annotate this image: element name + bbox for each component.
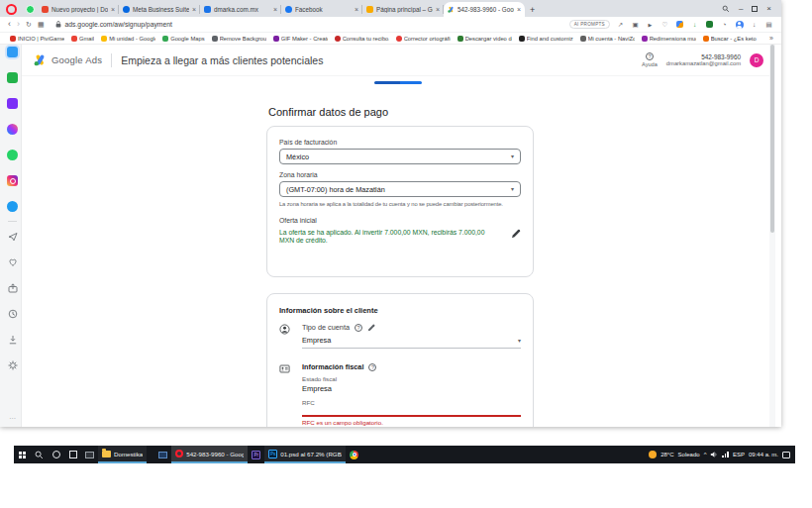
edit-pencil-icon[interactable] xyxy=(511,229,521,239)
help-icon[interactable]: ? xyxy=(355,324,362,332)
taskbar-search-button[interactable] xyxy=(31,446,48,463)
tab-close-icon[interactable]: × xyxy=(111,6,115,13)
tab-pagina-principal[interactable]: Página principal – Googl... × xyxy=(362,2,444,17)
tab-nuevo-proyecto[interactable]: Nuevo proyecto | Domesti... × xyxy=(38,2,119,17)
tab-dmarka[interactable]: dmarka.com.mx × xyxy=(200,2,281,17)
history-clock-icon[interactable] xyxy=(7,308,18,319)
tray-expand-icon[interactable]: ^ xyxy=(704,452,707,457)
volume-icon[interactable] xyxy=(710,451,718,458)
twitter-icon[interactable] xyxy=(7,201,18,212)
close-button[interactable]: × xyxy=(766,5,771,13)
url-field[interactable]: ads.google.com/aw/signup/payment xyxy=(54,20,172,29)
taskbar-app-explorer[interactable] xyxy=(154,446,171,463)
scrollbar-thumb[interactable] xyxy=(770,45,774,233)
bookmark-redimensiona[interactable]: Redimensiona muc... xyxy=(642,36,696,42)
back-icon[interactable]: ‹ xyxy=(8,20,11,29)
tab-search-icon[interactable] xyxy=(722,5,730,13)
bookmark-maps[interactable]: Google Maps xyxy=(162,36,204,42)
bookmark-find[interactable]: Find and customiz... xyxy=(519,36,573,42)
tab-facebook[interactable]: Facebook × xyxy=(281,2,362,17)
minimize-button[interactable]: – xyxy=(739,5,743,13)
clock-extension-icon[interactable]: ◔ xyxy=(720,20,729,29)
account-type-select[interactable]: Empresa ▾ xyxy=(302,336,521,349)
person-icon xyxy=(736,21,744,29)
opera-menu-icon[interactable] xyxy=(6,4,17,15)
bookmark-keto[interactable]: Buscar - ¿Es keto es... xyxy=(703,36,758,42)
sidebar-panel-icon[interactable]: ▤ xyxy=(764,20,773,29)
taskbar-app-monitor[interactable] xyxy=(81,446,98,463)
taskbar-chrome[interactable] xyxy=(346,446,362,463)
bookmark-remove-bg[interactable]: Remove Backgroun... xyxy=(212,36,266,42)
reload-icon[interactable]: ↻ xyxy=(26,21,32,28)
weather-temp[interactable]: 28°C xyxy=(660,452,673,457)
bookmark-gif-maker[interactable]: GIF Maker - Create... xyxy=(273,36,328,42)
tab-close-icon[interactable]: × xyxy=(273,6,277,13)
favorites-heart-icon[interactable] xyxy=(7,256,18,267)
heart-extension-icon[interactable]: ♡ xyxy=(660,20,669,29)
green-extension-icon[interactable] xyxy=(705,20,714,29)
share-extension-icon[interactable]: ↗ xyxy=(616,20,625,29)
taskbar-opera-window[interactable]: 542-983-9960 - Googl... xyxy=(171,446,248,463)
bookmark-video-dl[interactable]: Descargar video de... xyxy=(457,36,512,42)
blue-orange-extension-icon[interactable] xyxy=(675,20,684,29)
avatar[interactable]: D xyxy=(750,53,763,67)
bookmark-corrector[interactable]: Corrector ortográfic... xyxy=(396,36,451,42)
telegram-icon[interactable] xyxy=(7,231,18,242)
whatsapp-sidebar-icon[interactable] xyxy=(7,150,18,160)
messenger-icon[interactable] xyxy=(7,124,18,135)
new-tab-button[interactable]: + xyxy=(530,5,535,15)
weather-desc[interactable]: Soleado xyxy=(678,452,700,457)
forward-icon[interactable]: › xyxy=(17,20,20,29)
bookmark-drive[interactable]: Mi unidad - Google... xyxy=(101,36,155,42)
customer-heading: Información sobre el cliente xyxy=(279,306,521,315)
edit-pencil-icon[interactable] xyxy=(367,324,375,332)
bookmarks-overflow-icon[interactable]: » xyxy=(769,35,773,42)
capture-extension-icon[interactable]: ▣ xyxy=(631,20,640,29)
language-indicator[interactable]: ESP xyxy=(733,452,745,457)
downloads-sidebar-icon[interactable] xyxy=(7,334,18,345)
settings-gear-icon[interactable] xyxy=(7,359,18,370)
taskbar-photoshop-window[interactable]: Ps 01.psd al 67.2% (RGB/... xyxy=(264,446,346,463)
instagram-icon[interactable] xyxy=(7,175,18,186)
tab-google-ads-active[interactable]: 542-983-9960 - Google Ads × xyxy=(444,2,525,17)
bookmark-pivigames[interactable]: INICIO | PiviGames xyxy=(10,36,64,42)
cortana-button[interactable] xyxy=(48,446,64,463)
grid-icon[interactable]: ▦ xyxy=(38,21,45,28)
taskbar-premiere[interactable]: Pr xyxy=(248,446,264,463)
tab-close-icon[interactable]: × xyxy=(436,6,440,13)
ai-prompts-extension[interactable]: AI PROMPTS xyxy=(569,20,610,29)
bookmark-gmail[interactable]: Gmail xyxy=(71,36,94,42)
pinned-tab-whatsapp[interactable] xyxy=(22,2,38,17)
network-icon[interactable] xyxy=(722,452,729,457)
spaces-icon[interactable] xyxy=(7,47,18,57)
tab-meta-business[interactable]: Meta Business Suite × xyxy=(119,2,200,17)
clock[interactable]: 09:44 a. m. xyxy=(749,452,778,457)
green-download-extension-icon[interactable]: ↓ xyxy=(690,20,699,29)
my-flow-icon[interactable] xyxy=(7,282,18,293)
bookmark-recibo[interactable]: Consulta tu recibo... xyxy=(335,36,389,42)
sidebar-more-icon[interactable]: ⋯ xyxy=(9,415,18,423)
task-view-button[interactable] xyxy=(64,446,81,463)
tab-close-icon[interactable]: × xyxy=(517,6,521,13)
bookmark-mi-cuenta[interactable]: Mi cuenta - NaviZo... xyxy=(580,36,635,42)
action-center-icon[interactable] xyxy=(782,452,790,458)
timezone-select[interactable]: (GMT-07:00) hora de Mazatlán ▾ xyxy=(279,181,521,197)
page-scrollbar[interactable] xyxy=(769,45,775,427)
help-icon[interactable]: ? xyxy=(368,363,376,371)
tab-close-icon[interactable]: × xyxy=(192,6,196,13)
profile-extension-icon[interactable] xyxy=(735,20,744,29)
downloads-icon[interactable]: ↓ xyxy=(750,20,759,29)
help-button[interactable]: ? Ayuda xyxy=(642,52,658,67)
start-button[interactable] xyxy=(14,446,31,463)
green-app-icon[interactable] xyxy=(7,72,18,83)
restore-button[interactable] xyxy=(752,6,758,12)
send-extension-icon[interactable]: ▶ xyxy=(646,20,655,29)
taskbar-domestika-window[interactable]: Domestika xyxy=(98,446,147,463)
country-select[interactable]: México ▾ xyxy=(279,149,521,164)
bookmarks-bar: INICIO | PiviGames Gmail Mi unidad - Goo… xyxy=(0,33,781,45)
bookmark-favicon xyxy=(519,36,525,42)
purple-app-icon[interactable] xyxy=(7,98,18,109)
monitor-icon xyxy=(85,452,94,458)
tab-close-icon[interactable]: × xyxy=(355,6,358,13)
rfc-input-underline[interactable] xyxy=(302,415,521,417)
